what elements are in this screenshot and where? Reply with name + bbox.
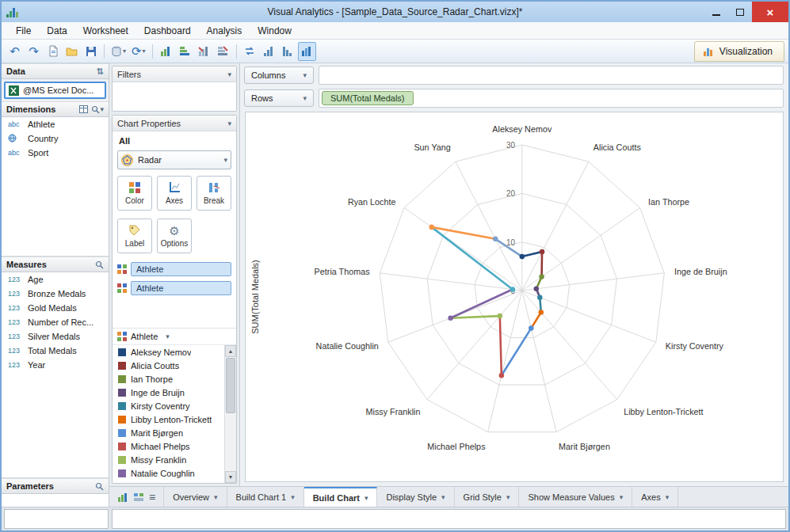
radar-segment[interactable] <box>500 316 502 375</box>
radar-point[interactable] <box>429 225 434 230</box>
parameters-header[interactable]: Parameters <box>2 478 109 494</box>
legend-item[interactable]: Michael Phelps <box>113 439 224 453</box>
radar-segment[interactable] <box>432 227 513 290</box>
tab-build-chart[interactable]: Build Chart▾ <box>304 487 378 507</box>
sort-descending-button[interactable] <box>279 42 297 61</box>
new-worksheet-icon[interactable] <box>117 492 128 502</box>
measure-total-medals[interactable]: 123Total Medals <box>2 344 109 358</box>
menu-window[interactable]: Window <box>250 23 300 39</box>
radar-segment[interactable] <box>522 252 542 256</box>
legend-item[interactable]: Ian Thorpe <box>113 372 224 386</box>
sheet-list-icon[interactable]: ≡ <box>149 491 155 504</box>
tab-show-measure-values[interactable]: Show Measure Values▾ <box>519 487 632 507</box>
tab-grid-style[interactable]: Grid Style▾ <box>455 487 520 507</box>
save-button[interactable] <box>82 42 100 61</box>
radar-point[interactable] <box>498 314 502 319</box>
break-button[interactable]: Break <box>197 176 231 211</box>
scrollbar-thumb[interactable] <box>226 358 235 413</box>
radar-point[interactable] <box>537 294 542 300</box>
new-worksheet-button[interactable] <box>44 42 62 61</box>
swap-rows-columns-button[interactable] <box>241 42 259 61</box>
measure-age[interactable]: 123Age <box>2 272 109 287</box>
color-field-pill[interactable]: Athlete <box>131 262 231 276</box>
measure-number-of-records[interactable]: 123Number of Rec... <box>2 315 109 329</box>
menu-dashboard[interactable]: Dashboard <box>136 23 199 39</box>
scroll-down-icon[interactable]: ▼ <box>225 471 236 483</box>
radar-point[interactable] <box>520 254 525 260</box>
redo-button[interactable]: ↷ <box>25 42 43 61</box>
radar-point[interactable] <box>540 249 544 255</box>
scrollbar-track[interactable] <box>225 357 236 471</box>
insert-column-shelf-button[interactable] <box>176 42 194 61</box>
menu-analysis[interactable]: Analysis <box>199 23 250 39</box>
open-button[interactable] <box>63 42 81 61</box>
radar-segment[interactable] <box>531 313 540 329</box>
radar-point[interactable] <box>539 310 544 315</box>
search-icon[interactable] <box>95 260 104 269</box>
chart-type-select[interactable]: Radar ▾ <box>117 150 231 169</box>
visualization-tab[interactable]: Visualization <box>694 41 784 62</box>
new-dashboard-icon[interactable] <box>133 492 144 502</box>
remove-column-shelf-button[interactable] <box>214 42 232 61</box>
rows-shelf-button[interactable]: Rows ▾ <box>244 89 314 107</box>
radar-segment[interactable] <box>451 316 500 318</box>
refresh-button[interactable]: ⟳▾ <box>129 42 148 61</box>
columns-shelf-button[interactable]: Columns ▾ <box>244 66 314 84</box>
search-icon[interactable] <box>91 105 100 114</box>
dimension-athlete[interactable]: abcAthlete <box>2 117 109 131</box>
legend-item[interactable]: Marit Bjørgen <box>113 426 224 439</box>
dropdown-icon[interactable]: ▾ <box>100 105 104 113</box>
sort-ascending-button[interactable] <box>260 42 278 61</box>
legend-item[interactable]: Alicia Coutts <box>113 359 224 372</box>
scroll-up-icon[interactable]: ▲ <box>225 345 236 357</box>
tab-axes[interactable]: Axes▾ <box>632 487 678 507</box>
radar-point[interactable] <box>534 287 539 292</box>
rows-shelf-field[interactable]: SUM(Total Medals) <box>319 89 784 108</box>
undo-button[interactable]: ↶ <box>6 42 24 61</box>
tab-overview[interactable]: Overview▾ <box>164 487 227 507</box>
detail-field-pill[interactable]: Athlete <box>131 281 231 295</box>
dimensions-header[interactable]: Dimensions ▾ <box>2 101 109 117</box>
table-icon[interactable] <box>79 105 88 113</box>
legend-item[interactable]: Natalie Coughlin <box>113 466 224 480</box>
close-button[interactable]: × <box>752 2 788 22</box>
radar-point[interactable] <box>529 325 533 331</box>
radar-point[interactable] <box>539 274 544 279</box>
show-visualization-button[interactable] <box>298 42 316 61</box>
search-icon[interactable] <box>95 482 104 491</box>
legend-item[interactable]: Inge de Bruijn <box>113 386 224 399</box>
radar-point[interactable] <box>499 373 504 378</box>
remove-row-shelf-button[interactable] <box>195 42 213 61</box>
maximize-button[interactable] <box>728 2 752 22</box>
radar-point[interactable] <box>448 316 452 321</box>
minimize-button[interactable] <box>704 2 728 22</box>
color-button[interactable]: Color <box>117 176 152 211</box>
data-source-item[interactable]: @MS Excel Doc... <box>4 82 106 99</box>
dimension-country[interactable]: Country <box>2 131 109 146</box>
tab-display-style[interactable]: Display Style▾ <box>377 487 454 507</box>
legend-item[interactable]: Aleksey Nemov <box>113 345 224 359</box>
options-button[interactable]: ⚙ Options <box>157 218 192 253</box>
radar-point[interactable] <box>510 287 515 292</box>
rows-pill-sum-total-medals[interactable]: SUM(Total Medals) <box>322 91 414 105</box>
tab-build-chart-1[interactable]: Build Chart 1▾ <box>227 487 304 507</box>
measure-year[interactable]: 123Year <box>2 358 109 372</box>
radar-segment[interactable] <box>432 227 495 239</box>
measures-header[interactable]: Measures <box>2 256 109 272</box>
menu-file[interactable]: File <box>8 23 39 39</box>
legend-item[interactable]: Missy Franklin <box>113 453 224 466</box>
columns-shelf-field[interactable] <box>319 66 784 85</box>
radar-point[interactable] <box>493 237 498 242</box>
menu-worksheet[interactable]: Worksheet <box>75 23 136 39</box>
label-button[interactable]: Label <box>117 218 152 253</box>
filters-header[interactable]: Filters ▾ <box>113 66 236 82</box>
measure-gold-medals[interactable]: 123Gold Medals <box>2 301 109 315</box>
axes-button[interactable]: Axes <box>157 176 192 211</box>
radar-chart[interactable]: 0102030Aleksey NemovAlicia CouttsIan Tho… <box>246 112 783 481</box>
insert-row-shelf-button[interactable] <box>157 42 175 61</box>
chart-properties-header[interactable]: Chart Properties ▾ <box>113 116 236 131</box>
measure-bronze-medals[interactable]: 123Bronze Medals <box>2 287 109 301</box>
legend-header[interactable]: Athlete ▾ <box>113 328 236 345</box>
legend-scrollbar[interactable]: ▲ ▼ <box>224 345 236 483</box>
sort-updown-icon[interactable]: ⇅ <box>97 66 104 77</box>
